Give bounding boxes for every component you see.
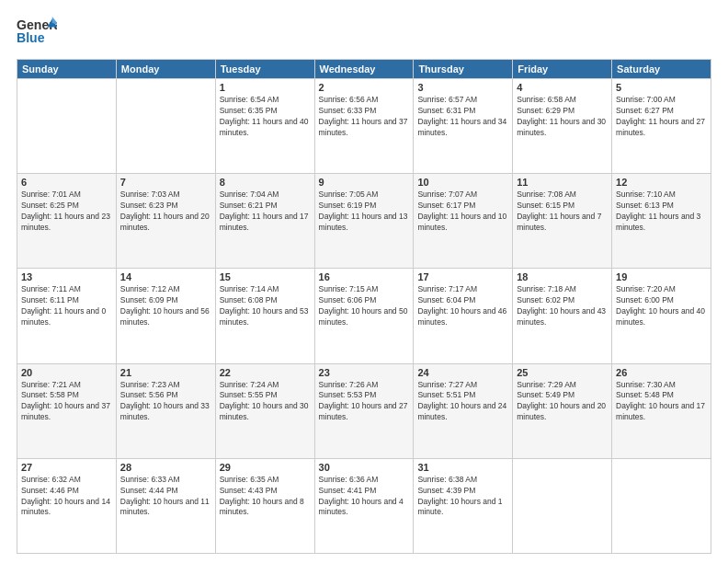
day-info: Sunrise: 7:01 AMSunset: 6:25 PMDaylight:…: [21, 190, 112, 234]
day-cell: 21Sunrise: 7:23 AMSunset: 5:56 PMDayligh…: [116, 363, 215, 458]
day-cell: 20Sunrise: 7:21 AMSunset: 5:58 PMDayligh…: [17, 363, 117, 458]
day-cell: 24Sunrise: 7:27 AMSunset: 5:51 PMDayligh…: [414, 363, 513, 458]
day-info: Sunrise: 7:11 AMSunset: 6:11 PMDaylight:…: [21, 284, 112, 328]
day-number: 16: [319, 271, 410, 282]
day-cell: 29Sunrise: 6:35 AMSunset: 4:43 PMDayligh…: [215, 458, 314, 553]
day-number: 19: [616, 271, 707, 282]
day-number: 21: [120, 367, 211, 378]
dow-header-friday: Friday: [513, 60, 612, 79]
day-info: Sunrise: 7:10 AMSunset: 6:13 PMDaylight:…: [616, 190, 707, 234]
day-number: 31: [417, 462, 508, 473]
day-info: Sunrise: 7:18 AMSunset: 6:02 PMDaylight:…: [517, 284, 608, 328]
day-number: 25: [517, 367, 608, 378]
day-info: Sunrise: 7:23 AMSunset: 5:56 PMDaylight:…: [120, 380, 211, 424]
day-number: 10: [417, 177, 508, 188]
day-cell: 27Sunrise: 6:32 AMSunset: 4:46 PMDayligh…: [17, 458, 117, 553]
day-number: 13: [21, 271, 112, 282]
day-cell: 16Sunrise: 7:15 AMSunset: 6:06 PMDayligh…: [314, 269, 414, 363]
day-info: Sunrise: 7:20 AMSunset: 6:00 PMDaylight:…: [616, 284, 707, 328]
day-cell: 5Sunrise: 7:00 AMSunset: 6:27 PMDaylight…: [612, 79, 711, 174]
day-cell: 6Sunrise: 7:01 AMSunset: 6:25 PMDaylight…: [17, 174, 117, 269]
day-cell: 9Sunrise: 7:05 AMSunset: 6:19 PMDaylight…: [314, 174, 414, 269]
day-cell: 31Sunrise: 6:38 AMSunset: 4:39 PMDayligh…: [414, 458, 513, 553]
day-number: 1: [220, 82, 311, 93]
day-number: 24: [417, 367, 508, 378]
day-cell: [17, 79, 117, 174]
day-number: 6: [21, 177, 112, 188]
day-info: Sunrise: 7:27 AMSunset: 5:51 PMDaylight:…: [417, 380, 508, 424]
day-info: Sunrise: 7:07 AMSunset: 6:17 PMDaylight:…: [417, 190, 508, 234]
day-info: Sunrise: 6:35 AMSunset: 4:43 PMDaylight:…: [220, 475, 311, 519]
page: General Blue SundayMondayTuesdayWednesda…: [0, 0, 728, 563]
calendar: SundayMondayTuesdayWednesdayThursdayFrid…: [17, 59, 711, 554]
day-number: 28: [120, 462, 211, 473]
day-info: Sunrise: 6:54 AMSunset: 6:35 PMDaylight:…: [220, 95, 311, 139]
day-cell: 14Sunrise: 7:12 AMSunset: 6:09 PMDayligh…: [116, 269, 215, 363]
logo-icon: General Blue: [17, 15, 57, 52]
week-row-4: 20Sunrise: 7:21 AMSunset: 5:58 PMDayligh…: [17, 363, 711, 458]
day-number: 2: [319, 82, 410, 93]
day-number: 8: [220, 177, 311, 188]
day-cell: 7Sunrise: 7:03 AMSunset: 6:23 PMDaylight…: [116, 174, 215, 269]
day-info: Sunrise: 6:36 AMSunset: 4:41 PMDaylight:…: [319, 475, 410, 519]
day-cell: 2Sunrise: 6:56 AMSunset: 6:33 PMDaylight…: [314, 79, 414, 174]
day-info: Sunrise: 7:15 AMSunset: 6:06 PMDaylight:…: [319, 284, 410, 328]
day-number: 12: [616, 177, 707, 188]
dow-header-saturday: Saturday: [612, 60, 711, 79]
day-cell: 17Sunrise: 7:17 AMSunset: 6:04 PMDayligh…: [414, 269, 513, 363]
day-cell: 8Sunrise: 7:04 AMSunset: 6:21 PMDaylight…: [215, 174, 314, 269]
day-number: 22: [220, 367, 311, 378]
day-info: Sunrise: 7:14 AMSunset: 6:08 PMDaylight:…: [220, 284, 311, 328]
day-info: Sunrise: 6:38 AMSunset: 4:39 PMDaylight:…: [417, 475, 508, 519]
day-cell: 10Sunrise: 7:07 AMSunset: 6:17 PMDayligh…: [414, 174, 513, 269]
day-info: Sunrise: 7:24 AMSunset: 5:55 PMDaylight:…: [220, 380, 311, 424]
day-cell: 1Sunrise: 6:54 AMSunset: 6:35 PMDaylight…: [215, 79, 314, 174]
day-number: 14: [120, 271, 211, 282]
day-cell: 19Sunrise: 7:20 AMSunset: 6:00 PMDayligh…: [612, 269, 711, 363]
day-number: 9: [319, 177, 410, 188]
day-cell: 3Sunrise: 6:57 AMSunset: 6:31 PMDaylight…: [414, 79, 513, 174]
day-number: 27: [21, 462, 112, 473]
day-number: 17: [417, 271, 508, 282]
dow-header-monday: Monday: [116, 60, 215, 79]
day-number: 18: [517, 271, 608, 282]
day-number: 30: [319, 462, 410, 473]
day-number: 26: [616, 367, 707, 378]
day-cell: 12Sunrise: 7:10 AMSunset: 6:13 PMDayligh…: [612, 174, 711, 269]
day-cell: [116, 79, 215, 174]
day-cell: 18Sunrise: 7:18 AMSunset: 6:02 PMDayligh…: [513, 269, 612, 363]
week-row-3: 13Sunrise: 7:11 AMSunset: 6:11 PMDayligh…: [17, 269, 711, 363]
day-info: Sunrise: 6:32 AMSunset: 4:46 PMDaylight:…: [21, 475, 112, 519]
day-info: Sunrise: 7:00 AMSunset: 6:27 PMDaylight:…: [616, 95, 707, 139]
day-info: Sunrise: 6:58 AMSunset: 6:29 PMDaylight:…: [517, 95, 608, 139]
day-cell: [513, 458, 612, 553]
day-cell: 13Sunrise: 7:11 AMSunset: 6:11 PMDayligh…: [17, 269, 117, 363]
day-info: Sunrise: 7:21 AMSunset: 5:58 PMDaylight:…: [21, 380, 112, 424]
svg-text:Blue: Blue: [17, 30, 45, 45]
header: General Blue: [17, 15, 711, 52]
dow-header-wednesday: Wednesday: [314, 60, 414, 79]
day-info: Sunrise: 7:17 AMSunset: 6:04 PMDaylight:…: [417, 284, 508, 328]
day-cell: 11Sunrise: 7:08 AMSunset: 6:15 PMDayligh…: [513, 174, 612, 269]
day-info: Sunrise: 7:08 AMSunset: 6:15 PMDaylight:…: [517, 190, 608, 234]
day-number: 7: [120, 177, 211, 188]
day-info: Sunrise: 7:29 AMSunset: 5:49 PMDaylight:…: [517, 380, 608, 424]
day-cell: 23Sunrise: 7:26 AMSunset: 5:53 PMDayligh…: [314, 363, 414, 458]
day-info: Sunrise: 6:33 AMSunset: 4:44 PMDaylight:…: [120, 475, 211, 519]
day-cell: 26Sunrise: 7:30 AMSunset: 5:48 PMDayligh…: [612, 363, 711, 458]
day-info: Sunrise: 7:30 AMSunset: 5:48 PMDaylight:…: [616, 380, 707, 424]
week-row-5: 27Sunrise: 6:32 AMSunset: 4:46 PMDayligh…: [17, 458, 711, 553]
dow-header-sunday: Sunday: [17, 60, 117, 79]
day-info: Sunrise: 7:04 AMSunset: 6:21 PMDaylight:…: [220, 190, 311, 234]
day-cell: 28Sunrise: 6:33 AMSunset: 4:44 PMDayligh…: [116, 458, 215, 553]
day-cell: 22Sunrise: 7:24 AMSunset: 5:55 PMDayligh…: [215, 363, 314, 458]
day-cell: 25Sunrise: 7:29 AMSunset: 5:49 PMDayligh…: [513, 363, 612, 458]
day-info: Sunrise: 7:12 AMSunset: 6:09 PMDaylight:…: [120, 284, 211, 328]
day-info: Sunrise: 6:57 AMSunset: 6:31 PMDaylight:…: [417, 95, 508, 139]
day-info: Sunrise: 7:26 AMSunset: 5:53 PMDaylight:…: [319, 380, 410, 424]
logo: General Blue: [17, 15, 57, 52]
dow-header-thursday: Thursday: [414, 60, 513, 79]
day-info: Sunrise: 7:03 AMSunset: 6:23 PMDaylight:…: [120, 190, 211, 234]
day-number: 15: [220, 271, 311, 282]
day-number: 20: [21, 367, 112, 378]
